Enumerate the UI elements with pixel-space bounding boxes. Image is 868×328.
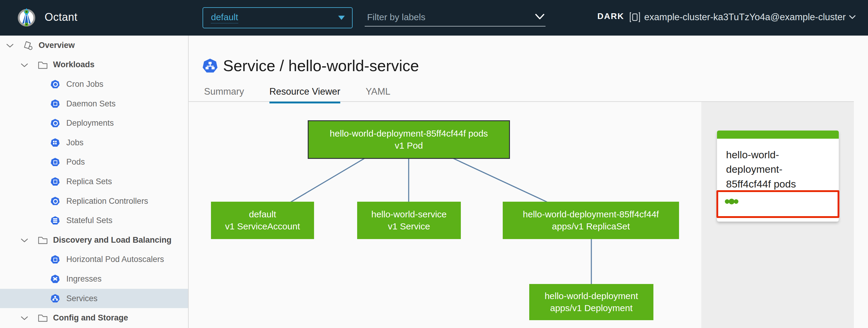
cluster-selector[interactable]: example-cluster-ka3TuTzYo4a@example-clus… bbox=[629, 11, 856, 23]
sidebar-item-stateful-sets[interactable]: Stateful Sets bbox=[0, 211, 188, 230]
sidebar-item-pods[interactable]: Pods bbox=[0, 153, 188, 172]
label-filter-placeholder: Filter by labels bbox=[367, 12, 425, 22]
sidebar-item-replication-controllers[interactable]: Replication Controllers bbox=[0, 191, 188, 211]
chevron-down-icon[interactable] bbox=[21, 316, 28, 321]
node-kind: apps/v1 Deployment bbox=[550, 302, 632, 314]
sidebar-item-ingresses[interactable]: Ingresses bbox=[0, 269, 188, 289]
sidebar-item-label: Overview bbox=[38, 41, 75, 50]
theme-toggle-button[interactable]: DARK bbox=[582, 10, 624, 22]
sidebar-item-services[interactable]: Services bbox=[0, 289, 188, 308]
pod-status-box[interactable] bbox=[716, 190, 839, 218]
sidebar-item-jobs[interactable]: Jobs bbox=[0, 133, 188, 153]
header-bar: Octant default Filter by labels DARK exa… bbox=[0, 0, 868, 36]
chevron-down-icon[interactable] bbox=[6, 43, 14, 48]
node-kind: v1 Pod bbox=[395, 140, 423, 152]
chevron-down-icon[interactable] bbox=[21, 238, 28, 243]
sidebar-item-label: Workloads bbox=[53, 60, 95, 69]
ingresses-icon bbox=[51, 274, 60, 284]
detail-panel: hello-world-deployment-85ff4cf44f pods bbox=[701, 102, 854, 328]
tab-summary[interactable]: Summary bbox=[204, 86, 244, 103]
sidebar-item-label: Daemon Sets bbox=[66, 99, 116, 109]
node-name: default bbox=[249, 208, 276, 220]
applications-icon bbox=[23, 40, 33, 50]
octant-app: Octant default Filter by labels DARK exa… bbox=[0, 0, 868, 328]
sidebar-item-label: Stateful Sets bbox=[66, 216, 113, 225]
sidebar-item-label: Pods bbox=[66, 157, 85, 167]
moon-icon bbox=[582, 10, 592, 22]
sidebar-item-label: Ingresses bbox=[66, 274, 101, 284]
pods-icon bbox=[51, 158, 60, 167]
stateful-sets-icon bbox=[51, 216, 60, 225]
tab-bar: Summary Resource Viewer YAML bbox=[204, 86, 390, 103]
replication-controllers-icon bbox=[51, 197, 60, 206]
label-filter-input[interactable]: Filter by labels bbox=[365, 8, 546, 27]
graph-node-replicaset[interactable]: hello-world-deployment-85ff4cf44f apps/v… bbox=[503, 202, 679, 239]
folder-icon bbox=[38, 236, 48, 244]
sidebar-item-label: Replication Controllers bbox=[66, 197, 148, 206]
node-kind: apps/v1 ReplicaSet bbox=[552, 220, 630, 233]
chevron-down-icon[interactable] bbox=[21, 63, 28, 68]
sidebar-item-label: Replica Sets bbox=[66, 177, 112, 186]
card-status-accent bbox=[717, 130, 839, 139]
graph-node-deployment[interactable]: hello-world-deployment apps/v1 Deploymen… bbox=[529, 284, 653, 320]
sidebar-item-workloads[interactable]: Workloads bbox=[0, 55, 188, 75]
service-icon bbox=[203, 58, 218, 73]
node-name: hello-world-deployment-85ff4cf44f pods bbox=[330, 127, 488, 140]
sidebar-item-daemon-sets[interactable]: Daemon Sets bbox=[0, 94, 188, 114]
node-name: hello-world-service bbox=[371, 208, 447, 220]
scrollbar-gutter bbox=[854, 36, 868, 328]
cluster-icon bbox=[629, 11, 640, 23]
graph-node-serviceaccount[interactable]: default v1 ServiceAccount bbox=[211, 202, 314, 239]
jobs-icon bbox=[51, 138, 60, 147]
sidebar-item-horizontal-pod-autoscalers[interactable]: Horizontal Pod Autoscalers bbox=[0, 250, 188, 270]
page-title: Service / hello-world-service bbox=[223, 57, 419, 75]
sidebar-item-label: Horizontal Pod Autoscalers bbox=[66, 255, 164, 264]
replica-sets-icon bbox=[51, 177, 60, 186]
deployments-icon bbox=[51, 118, 60, 127]
sidebar-item-cron-jobs[interactable]: Cron Jobs bbox=[0, 74, 188, 94]
node-kind: v1 ServiceAccount bbox=[225, 220, 300, 233]
sidebar-item-config-and-storage[interactable]: Config and Storage bbox=[0, 308, 188, 328]
caret-down-icon bbox=[338, 16, 345, 20]
selected-resource-card: hello-world-deployment-85ff4cf44f pods bbox=[717, 130, 839, 221]
tab-resource-viewer[interactable]: Resource Viewer bbox=[270, 86, 340, 103]
sidebar-item-label: Jobs bbox=[66, 138, 84, 147]
namespace-dropdown-value: default bbox=[211, 12, 238, 24]
cluster-name: example-cluster-ka3TuTzYo4a@example-clus… bbox=[644, 12, 846, 23]
sidebar-item-label: Deployments bbox=[66, 118, 114, 128]
sidebar-nav: Overview Workloads Cron Jobs Daemon Sets… bbox=[0, 36, 189, 328]
hpa-icon bbox=[51, 255, 60, 264]
node-name: hello-world-deployment bbox=[545, 290, 638, 302]
sidebar-item-deployments[interactable]: Deployments bbox=[0, 113, 188, 133]
services-icon bbox=[51, 294, 60, 303]
node-name: hello-world-deployment-85ff4cf44f bbox=[523, 208, 659, 220]
chevron-down-icon bbox=[535, 13, 545, 20]
chevron-down-icon bbox=[849, 15, 856, 20]
card-title: hello-world-deployment-85ff4cf44f pods bbox=[726, 147, 826, 191]
page-header: Service / hello-world-service bbox=[203, 57, 419, 75]
sidebar-item-label: Services bbox=[66, 294, 98, 303]
sidebar-item-overview[interactable]: Overview bbox=[0, 36, 188, 55]
tab-yaml[interactable]: YAML bbox=[366, 86, 390, 103]
sidebar-item-replica-sets[interactable]: Replica Sets bbox=[0, 172, 188, 191]
folder-icon bbox=[38, 61, 48, 69]
node-kind: v1 Service bbox=[388, 220, 430, 233]
cron-jobs-icon bbox=[51, 80, 60, 89]
graph-node-service[interactable]: hello-world-service v1 Service bbox=[357, 202, 461, 239]
sidebar-item-label: Cron Jobs bbox=[66, 80, 103, 89]
theme-toggle-label: DARK bbox=[597, 11, 624, 21]
octant-logo-icon bbox=[17, 8, 36, 27]
sidebar-item-discovery-and-load-balancing[interactable]: Discovery and Load Balancing bbox=[0, 230, 188, 250]
folder-icon bbox=[38, 314, 48, 322]
namespace-dropdown[interactable]: default bbox=[203, 7, 352, 28]
daemon-sets-icon bbox=[51, 99, 60, 108]
sidebar-item-label: Discovery and Load Balancing bbox=[53, 235, 172, 245]
pod-status-dots bbox=[725, 199, 738, 204]
sidebar-item-label: Config and Storage bbox=[53, 313, 128, 323]
pod-status-dot bbox=[734, 199, 738, 204]
app-title: Octant bbox=[44, 11, 78, 24]
graph-node-pod[interactable]: hello-world-deployment-85ff4cf44f pods v… bbox=[308, 120, 510, 159]
